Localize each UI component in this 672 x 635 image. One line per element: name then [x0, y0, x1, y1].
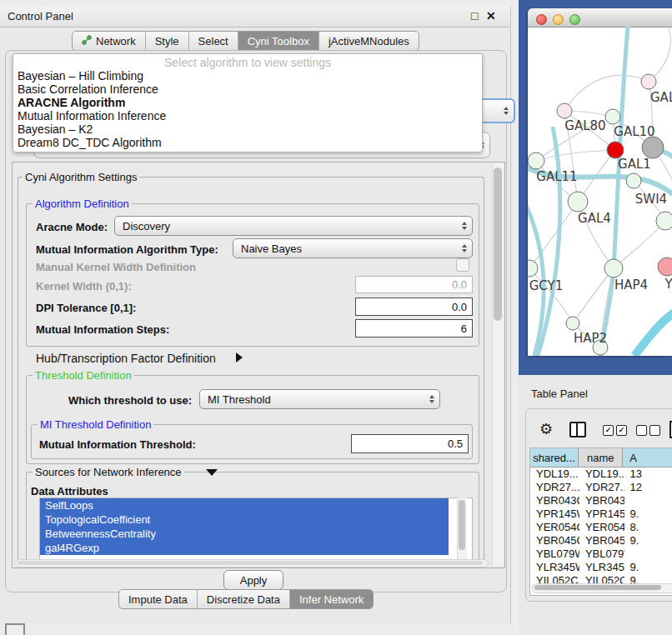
inference-algorithm-combobox-edge[interactable] — [479, 98, 515, 123]
which-threshold-combobox[interactable]: MI Threshold — [199, 389, 440, 409]
tab-style[interactable]: Style — [146, 32, 189, 50]
network-canvas[interactable]: GAL GAL80 GAL10 GAL1 GAL11 SWI4 GAL4 GCY… — [528, 27, 672, 356]
algorithm-option[interactable]: Mutual Information Inference — [18, 109, 166, 122]
zoom-traffic-icon[interactable] — [569, 14, 580, 25]
node-label: GAL — [650, 90, 672, 105]
network-window-titlebar[interactable] — [528, 8, 672, 28]
table-row[interactable]: YBR045C YBR045C 9. — [530, 534, 672, 548]
manual-kernel-width-checkbox[interactable] — [456, 258, 469, 272]
tab-cyni-toolbox[interactable]: Cyni Toolbox — [238, 32, 319, 50]
algorithm-definition-title: Algorithm Definition — [33, 198, 132, 210]
aracne-mode-combobox[interactable]: Discovery — [114, 216, 473, 236]
node-right[interactable] — [656, 212, 672, 230]
unchecked-checkbox-icon[interactable] — [649, 425, 660, 436]
node-label: GAL10 — [614, 124, 654, 139]
list-item[interactable]: BetweennessCentrality — [40, 527, 449, 541]
float-icon[interactable]: □ — [471, 9, 478, 22]
collapse-down-icon[interactable] — [206, 469, 218, 476]
column-header[interactable]: name — [579, 448, 623, 467]
table-cell: YBL079W — [579, 548, 624, 561]
dpi-tolerance-field[interactable]: 0.0 — [355, 298, 473, 316]
dpi-tolerance-value: 0.0 — [452, 301, 467, 313]
table-row[interactable]: YBL079W YBL079W — [530, 548, 672, 561]
list-item[interactable]: gal4RGexp — [40, 541, 449, 555]
mi-algorithm-type-combobox[interactable]: Naive Bayes — [233, 238, 473, 258]
table-panel-title: Table Panel — [531, 388, 588, 400]
node-hap2[interactable] — [566, 317, 579, 330]
table-row[interactable]: YER054C YER054C 8. — [530, 521, 672, 534]
tab-jactivemnodules[interactable]: jActiveMNodules — [319, 32, 419, 50]
table-cell: 8. — [624, 521, 672, 534]
minimize-traffic-icon[interactable] — [553, 14, 564, 25]
table-cell: YPR145W — [530, 508, 579, 521]
node-gal1-selected[interactable] — [607, 142, 624, 158]
unchecked-checkbox-icon[interactable] — [636, 425, 647, 436]
table-cell: 9. — [624, 534, 672, 548]
node-gal-top[interactable] — [641, 74, 656, 89]
node-attribute-table[interactable]: shared... name A YDL19... YDL19... 13 YD… — [529, 448, 672, 596]
tab-impute-data[interactable]: Impute Data — [119, 590, 198, 608]
aracne-mode-label: Aracne Mode: — [36, 221, 108, 233]
which-threshold-label: Which threshold to use: — [68, 394, 192, 407]
hub-definition-label: Hub/Transcription Factor Definition — [36, 352, 216, 365]
checked-checkbox-icon[interactable]: ✓ — [616, 425, 627, 436]
node-y-pink[interactable] — [658, 258, 672, 276]
node-gcy1[interactable] — [528, 260, 538, 277]
table-row[interactable]: YBR043C YBR043C — [530, 494, 672, 508]
node-gal10[interactable] — [605, 109, 620, 124]
algorithm-option-aracne[interactable]: ARACNE Algorithm — [18, 96, 125, 109]
table-row[interactable]: YLR345W YLR345W 9. — [530, 561, 672, 574]
tab-infer-network[interactable]: Infer Network — [290, 590, 373, 608]
panel-toggle-icon[interactable] — [5, 623, 25, 635]
node-gal11[interactable] — [528, 152, 544, 169]
columns-icon[interactable] — [569, 422, 586, 438]
settings-vertical-scrollbar[interactable] — [492, 162, 504, 566]
table-horizontal-scrollbar[interactable] — [532, 583, 672, 593]
algorithm-option[interactable]: Basic Correlation Inference — [18, 82, 158, 96]
node-hap4[interactable] — [604, 259, 623, 278]
algorithm-option[interactable]: Bayesian – Hill Climbing — [18, 69, 143, 82]
node-gal80[interactable] — [557, 103, 572, 118]
table-cell: YER054C — [530, 521, 579, 534]
tab-discretize-data[interactable]: Discretize Data — [198, 590, 290, 608]
node-gray[interactable] — [642, 137, 664, 158]
tab-select-label: Select — [198, 35, 228, 48]
apply-button[interactable]: Apply — [223, 570, 283, 590]
mi-steps-field[interactable]: 6 — [355, 319, 473, 338]
which-threshold-value: MI Threshold — [208, 393, 271, 406]
table-panel-inset: ⚙ ✓ ✓ shared... name A YDL19... YDL19...… — [525, 408, 672, 602]
node-gal4[interactable] — [568, 192, 588, 212]
data-attributes-list[interactable]: SelfLoops TopologicalCoefficient Between… — [39, 498, 473, 562]
close-icon[interactable]: ✕ — [486, 9, 496, 22]
list-item[interactable]: TopologicalCoefficient — [40, 512, 449, 527]
list-item[interactable]: SelfLoops — [40, 498, 449, 512]
table-row[interactable]: YPR145W YPR145W 9. — [530, 508, 672, 521]
node-label: HAP4 — [614, 278, 648, 292]
checked-checkbox-icon[interactable]: ✓ — [603, 425, 614, 436]
tab-network-label: Network — [96, 35, 136, 48]
table-row[interactable]: YDR27... YDR27... 12 — [530, 481, 672, 494]
dpi-tolerance-label: DPI Tolerance [0,1]: — [36, 302, 136, 314]
mi-threshold-definition-title: MI Threshold Definition — [38, 418, 153, 431]
table-cell: YBR045C — [530, 534, 579, 548]
screen: Control Panel □ ✕ Network Style Se — [0, 0, 672, 635]
table-row[interactable]: YDL19... YDL19... 13 — [530, 468, 672, 481]
algorithm-option[interactable]: Bayesian – K2 — [18, 122, 93, 136]
algorithm-option[interactable]: Dream8 DC_TDC Algorithm — [18, 136, 162, 149]
table-cell: 9. — [624, 561, 672, 574]
list-vertical-scrollbar[interactable] — [457, 498, 467, 560]
table-cell: YDL19... — [579, 468, 624, 481]
mi-threshold-field[interactable]: 0.5 — [351, 434, 469, 453]
column-header[interactable]: A — [623, 448, 672, 467]
node-swi4[interactable] — [626, 173, 641, 188]
expand-right-icon[interactable] — [236, 352, 243, 362]
tab-infer-network-label: Infer Network — [299, 593, 364, 606]
close-traffic-icon[interactable] — [536, 14, 547, 25]
stepper-icon — [462, 222, 467, 230]
tab-network[interactable]: Network — [73, 32, 146, 50]
node-label: Y — [664, 277, 672, 292]
settings-horizontal-scrollbar[interactable] — [15, 559, 489, 568]
column-header[interactable]: shared... — [530, 448, 579, 467]
gear-icon[interactable]: ⚙ — [539, 420, 553, 438]
tab-select[interactable]: Select — [189, 32, 238, 50]
